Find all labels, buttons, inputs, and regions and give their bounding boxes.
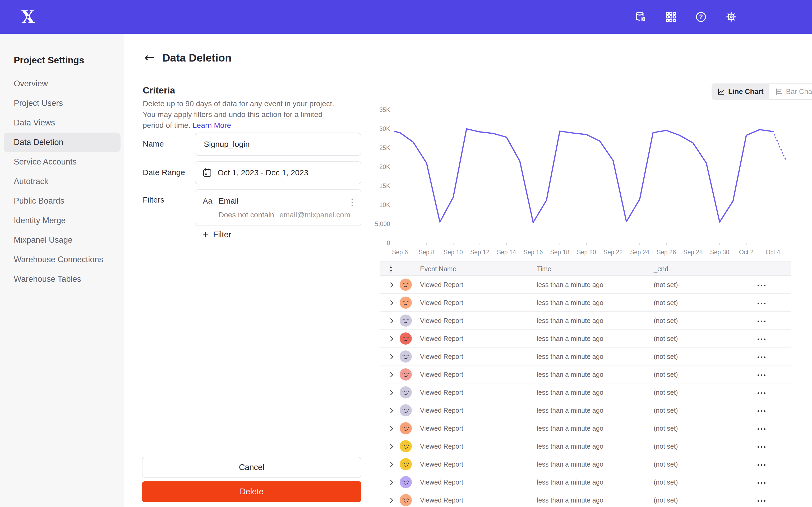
table-row[interactable]: Viewed Reportless than a minute ago(not … — [379, 491, 791, 507]
row-menu-button[interactable] — [757, 409, 767, 413]
table-row[interactable]: Viewed Reportless than a minute ago(not … — [379, 473, 791, 491]
chevron-right-icon — [390, 443, 394, 450]
time-cell: less than a minute ago — [537, 443, 603, 450]
chevron-right-icon — [390, 497, 394, 504]
sidebar-item-mixpanel-usage[interactable]: Mixpanel Usage — [0, 230, 124, 250]
event-name-cell: Viewed Report — [420, 425, 463, 432]
delete-button[interactable]: Delete — [142, 481, 361, 502]
event-name-cell: Viewed Report — [420, 460, 463, 468]
row-menu-button[interactable] — [757, 337, 767, 341]
settings-button[interactable] — [725, 11, 737, 23]
table-row[interactable]: Viewed Reportless than a minute ago(not … — [379, 401, 791, 419]
time-cell: less than a minute ago — [537, 460, 603, 468]
event-name-cell: Viewed Report — [420, 496, 463, 504]
table-row[interactable]: Viewed Reportless than a minute ago(not … — [379, 276, 791, 294]
row-expand-button[interactable] — [390, 407, 394, 415]
table-body: Viewed Reportless than a minute ago(not … — [379, 276, 791, 507]
row-menu-button[interactable] — [757, 499, 767, 503]
event-name-cell: Viewed Report — [420, 353, 463, 360]
chevron-right-icon — [390, 426, 394, 432]
avatar — [400, 476, 412, 488]
row-expand-button[interactable] — [390, 372, 394, 379]
sidebar-item-data-deletion[interactable]: Data Deletion — [4, 132, 120, 152]
svg-text:Sep 26: Sep 26 — [657, 249, 676, 256]
line-chart: 05,00010K15K20K25K30K35KSep 6Sep 8Sep 10… — [375, 102, 801, 258]
row-menu-button[interactable] — [757, 481, 767, 485]
sidebar-item-public-boards[interactable]: Public Boards — [0, 191, 124, 211]
data-deletion-page: X — [0, 0, 812, 507]
end-cell: (not set) — [654, 443, 678, 450]
row-expand-button[interactable] — [390, 300, 394, 307]
add-filter-button[interactable]: + Filter — [202, 230, 231, 240]
avatar — [400, 422, 412, 434]
sidebar-item-identity-merge[interactable]: Identity Merge — [0, 211, 124, 230]
back-button[interactable]: ← — [144, 51, 155, 63]
svg-text:Sep 24: Sep 24 — [630, 249, 650, 256]
table-row[interactable]: Viewed Reportless than a minute ago(not … — [379, 455, 791, 473]
row-menu-button[interactable] — [757, 463, 767, 467]
chevron-right-icon — [390, 461, 394, 468]
bar-chart-toggle[interactable]: Bar Chart — [769, 83, 812, 100]
row-expand-button[interactable] — [390, 336, 394, 343]
table-row[interactable]: Viewed Reportless than a minute ago(not … — [379, 312, 791, 330]
end-cell: (not set) — [654, 425, 678, 432]
row-menu-button[interactable] — [757, 391, 767, 395]
end-cell: (not set) — [654, 371, 678, 378]
learn-more-link[interactable]: Learn More — [193, 121, 231, 129]
date-range-picker[interactable]: Oct 1, 2023 - Dec 1, 2023 — [195, 161, 361, 184]
row-expand-button[interactable] — [390, 426, 394, 433]
row-menu-button[interactable] — [757, 284, 767, 287]
row-expand-button[interactable] — [390, 497, 394, 505]
table-row[interactable]: Viewed Reportless than a minute ago(not … — [379, 330, 791, 347]
apps-button[interactable] — [665, 11, 677, 23]
row-menu-button[interactable] — [757, 427, 767, 431]
avatar — [400, 440, 412, 452]
line-chart-toggle[interactable]: Line Chart — [712, 83, 769, 100]
filters-label: Filters — [143, 195, 164, 205]
help-icon: ? — [695, 11, 707, 23]
row-expand-button[interactable] — [390, 282, 394, 289]
table-row[interactable]: Viewed Reportless than a minute ago(not … — [379, 419, 791, 437]
avatar — [400, 332, 412, 345]
row-menu-button[interactable] — [757, 355, 767, 359]
time-cell: less than a minute ago — [537, 353, 603, 360]
name-input[interactable] — [195, 132, 361, 156]
sidebar-item-overview[interactable]: Overview — [0, 74, 124, 94]
end-cell: (not set) — [654, 496, 678, 504]
cancel-button[interactable]: Cancel — [142, 457, 361, 478]
help-button[interactable]: ? — [695, 11, 707, 23]
sidebar-item-autotrack[interactable]: Autotrack — [0, 172, 124, 191]
sort-button[interactable] — [388, 265, 394, 274]
sidebar-item-project-users[interactable]: Project Users — [0, 94, 124, 113]
table-row[interactable]: Viewed Reportless than a minute ago(not … — [379, 437, 791, 455]
svg-text:Sep 18: Sep 18 — [550, 249, 569, 256]
sidebar-item-data-views[interactable]: Data Views — [0, 113, 124, 132]
row-expand-button[interactable] — [390, 390, 394, 397]
row-menu-button[interactable] — [757, 445, 767, 449]
row-expand-button[interactable] — [390, 443, 394, 451]
data-management-button[interactable] — [635, 11, 647, 23]
sidebar-item-service-accounts[interactable]: Service Accounts — [0, 152, 124, 172]
filter-menu-button[interactable] — [351, 198, 354, 207]
chart-type-toggle: Line Chart Bar Chart — [712, 83, 812, 100]
filter-card[interactable]: Aa Email Does not contain email@mixpanel… — [195, 189, 361, 226]
table-row[interactable]: Viewed Reportless than a minute ago(not … — [379, 365, 791, 383]
row-menu-button[interactable] — [757, 320, 767, 323]
row-menu-button[interactable] — [757, 301, 767, 305]
table-row[interactable]: Viewed Reportless than a minute ago(not … — [379, 383, 791, 401]
event-name-cell: Viewed Report — [420, 478, 463, 486]
svg-text:Sep 12: Sep 12 — [470, 249, 490, 256]
avatar — [400, 369, 412, 381]
sidebar-item-warehouse-connections[interactable]: Warehouse Connections — [0, 250, 124, 269]
avatar — [400, 296, 412, 309]
bar-chart-toggle-label: Bar Chart — [786, 88, 812, 96]
row-expand-button[interactable] — [390, 353, 394, 361]
row-expand-button[interactable] — [390, 461, 394, 469]
table-row[interactable]: Viewed Reportless than a minute ago(not … — [379, 294, 791, 312]
row-expand-button[interactable] — [390, 479, 394, 487]
table-row[interactable]: Viewed Reportless than a minute ago(not … — [379, 347, 791, 365]
row-menu-button[interactable] — [757, 374, 767, 377]
mixpanel-logo[interactable]: X — [19, 8, 37, 26]
sidebar-item-warehouse-tables[interactable]: Warehouse Tables — [0, 269, 124, 289]
row-expand-button[interactable] — [390, 318, 394, 325]
